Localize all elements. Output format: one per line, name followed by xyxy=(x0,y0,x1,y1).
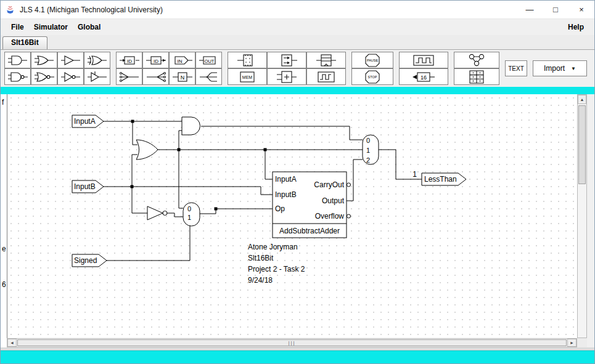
wire[interactable] xyxy=(104,187,273,195)
vertical-scroll-thumb[interactable] xyxy=(578,105,586,184)
wire[interactable] xyxy=(179,150,183,208)
or-gate-tool[interactable] xyxy=(31,52,57,68)
stop-label: STOP xyxy=(368,75,377,79)
dropdown-arrow-icon: ▼ xyxy=(571,66,576,71)
and-gate[interactable] xyxy=(182,117,200,135)
mux3-port-1: 1 xyxy=(366,147,370,154)
truth-table-tool[interactable] xyxy=(454,68,499,85)
pulse-tool[interactable] xyxy=(306,68,346,85)
menu-help[interactable]: Help xyxy=(564,21,588,33)
horizontal-scroll-thumb[interactable]: ||| xyxy=(17,339,567,346)
nor-gate-tool[interactable] xyxy=(31,68,57,85)
clock-tool[interactable] xyxy=(399,52,448,68)
input-pin-icon: IN xyxy=(172,54,193,67)
horizontal-scrollbar[interactable]: ◄ ||| ► xyxy=(7,338,577,347)
id-label: ID xyxy=(127,58,132,63)
wire[interactable] xyxy=(179,131,182,150)
close-button[interactable]: × xyxy=(568,1,594,18)
splitter-tool[interactable] xyxy=(195,68,222,85)
mux-2way[interactable]: 0 1 xyxy=(183,203,200,226)
annotation-line: Slt16Bit xyxy=(248,254,274,262)
menu-global[interactable]: Global xyxy=(73,21,105,33)
menu-simulator[interactable]: Simulator xyxy=(30,21,72,33)
unbundle-tool[interactable] xyxy=(142,68,169,85)
junction-dot xyxy=(131,185,134,188)
state-machine-tool[interactable] xyxy=(454,52,499,68)
text-tool[interactable]: TEXT xyxy=(505,60,527,76)
pause-tool[interactable]: PAUSE xyxy=(351,52,393,68)
memory-tool[interactable]: MEM xyxy=(228,68,267,85)
output-tag-lessthan[interactable]: 1 LessThan xyxy=(412,170,466,185)
java-app-icon xyxy=(6,5,15,14)
out-label: OUT xyxy=(204,58,214,63)
adder-icon xyxy=(274,70,299,84)
wire-width-label: 1 xyxy=(412,170,417,179)
and-gate-tool[interactable] xyxy=(4,52,31,68)
not-gate[interactable] xyxy=(147,206,167,220)
lessthan-label: LessThan xyxy=(424,175,457,184)
input-tag-a[interactable]: InputA xyxy=(72,115,104,127)
junction-dot xyxy=(264,148,267,152)
adder-block[interactable]: InputA InputB Op CarryOut Output Overflo… xyxy=(273,172,351,238)
tristate-tool[interactable] xyxy=(84,68,110,85)
wire[interactable] xyxy=(265,150,273,179)
adder-tool[interactable] xyxy=(267,68,306,85)
bundle-tool[interactable] xyxy=(116,68,142,85)
output-pin-tool[interactable]: OUT xyxy=(195,52,222,68)
splitter-icon xyxy=(199,70,220,84)
clipped-text-fragment: f xyxy=(2,98,4,107)
canvas-left-margin: f e 6 xyxy=(1,94,7,347)
wire[interactable] xyxy=(347,160,363,201)
circuit-canvas[interactable]: InputA InputB Signed xyxy=(7,94,577,338)
overflow-pin-stub xyxy=(347,214,351,218)
register-tool[interactable] xyxy=(306,52,346,68)
wire[interactable] xyxy=(132,187,147,213)
id-in-tool[interactable]: ID xyxy=(116,52,142,68)
input-pin-tool[interactable]: IN xyxy=(169,52,195,68)
negate-tool[interactable]: N xyxy=(169,68,195,85)
decoder-icon xyxy=(235,54,260,67)
register-icon xyxy=(314,54,339,67)
import-label: Import xyxy=(544,64,565,73)
scroll-right-arrow-icon[interactable]: ► xyxy=(567,339,577,347)
wire[interactable] xyxy=(200,209,273,214)
toolbar: ID ID IN OUT xyxy=(1,50,595,87)
xor-gate-tool[interactable] xyxy=(84,52,110,68)
vertical-scrollbar[interactable]: ▲ ▼ xyxy=(577,94,587,347)
output-pin-icon: OUT xyxy=(199,54,220,67)
constant-icon: 16 xyxy=(410,70,437,84)
or-gate[interactable] xyxy=(136,140,158,160)
annotation-line: 9/24/18 xyxy=(248,276,273,285)
scroll-up-arrow-icon[interactable]: ▲ xyxy=(578,95,586,104)
id-out-icon: ID xyxy=(146,54,166,67)
misc-tool-group xyxy=(454,52,499,85)
mux-3way[interactable]: 0 1 2 xyxy=(363,135,379,164)
not-gate-tool[interactable] xyxy=(57,68,84,85)
wire[interactable] xyxy=(201,126,363,140)
decoder-tool[interactable] xyxy=(228,52,267,68)
window-title: JLS 4.1 (Michigan Technological Universi… xyxy=(20,6,163,14)
wire[interactable] xyxy=(167,213,183,217)
tab-slt16bit[interactable]: Slt16Bit xyxy=(2,36,47,49)
pause-icon: PAUSE xyxy=(359,53,386,68)
buffer-tool[interactable] xyxy=(57,52,84,68)
id-label: ID xyxy=(154,58,158,63)
clipped-text-fragment: 6 xyxy=(2,280,6,289)
wire[interactable] xyxy=(107,226,190,261)
input-tag-signed[interactable]: Signed xyxy=(72,254,107,267)
input-tag-b[interactable]: InputB xyxy=(72,180,104,193)
state-machine-icon xyxy=(464,53,489,68)
maximize-button[interactable]: □ xyxy=(543,1,568,18)
truth-table-icon xyxy=(464,70,489,84)
nand-gate-tool[interactable] xyxy=(4,68,31,85)
mux-tool[interactable] xyxy=(267,52,306,68)
stop-tool[interactable]: STOP xyxy=(351,68,393,85)
annotation-text[interactable]: Atone Joryman Slt16Bit Project 2 - Task … xyxy=(248,243,305,285)
minimize-button[interactable]: — xyxy=(517,1,543,18)
id-out-tool[interactable]: ID xyxy=(142,52,169,68)
import-button[interactable]: Import ▼ xyxy=(533,60,587,76)
constant-tool[interactable]: 16 xyxy=(399,68,448,85)
menu-file[interactable]: File xyxy=(7,21,28,33)
scroll-left-arrow-icon[interactable]: ◄ xyxy=(7,339,17,347)
junction-dots xyxy=(131,120,267,211)
